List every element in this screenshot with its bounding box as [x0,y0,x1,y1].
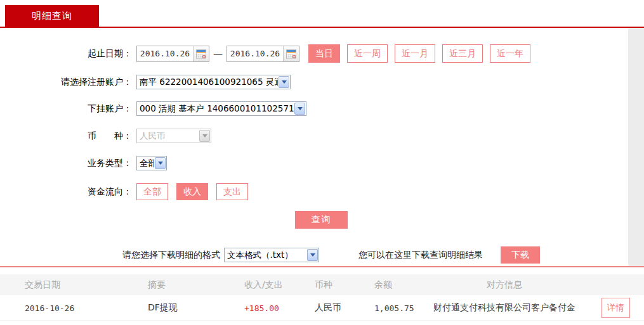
quick-range-quarter-button[interactable]: 近三月 [442,44,483,63]
currency-row: 币 种： 人民币 [0,129,628,143]
download-format-label: 请您选择下载明细的格式 [0,250,220,261]
tab-underline [0,27,644,28]
fund-flow-all-button[interactable]: 全部 [136,183,168,200]
cell-currency: 人民币 [311,302,374,314]
quick-range-month-button[interactable]: 近一月 [395,44,435,63]
chevron-down-icon [199,130,210,142]
business-type-row: 业务类型： 全部 [0,156,628,170]
currency-select: 人民币 [136,129,211,143]
table-top-separator [0,266,644,267]
download-hint: 您可以在这里下载查询明细结果 [358,250,483,261]
end-date-input[interactable] [227,49,283,58]
sub-account-row: 下挂账户： 000 活期 基本户 1406600101102571848 [0,101,628,116]
chevron-down-icon[interactable] [155,157,166,169]
table-header-row: 交易日期 摘要 收入/支出 币种 余额 对方信息 [0,274,644,295]
business-type-select[interactable]: 全部 [136,156,167,170]
register-account-value: 南平 6222001406100921065 灵通卡 [137,77,278,88]
cell-income-expense: +185.00 [241,303,311,313]
header-currency: 币种 [311,279,374,291]
tab-detail-query[interactable]: 明细查询 [5,5,99,27]
date-range-row: 起止日期： — [0,44,628,63]
page-background-strip [628,28,644,266]
detail-button[interactable]: 详情 [601,298,630,318]
quick-range-today-button[interactable]: 当日 [308,44,340,63]
download-format-select[interactable]: 文本格式（.txt） [224,248,319,262]
date-range-separator: — [213,48,223,60]
query-button[interactable]: 查询 [295,211,348,229]
chevron-down-icon[interactable] [294,103,305,115]
chevron-down-icon[interactable] [279,76,289,88]
register-account-label: 请选择注册账户： [0,77,136,88]
download-format-value: 文本格式（.txt） [225,250,306,261]
download-row: 请您选择下载明细的格式 文本格式（.txt） 您可以在这里下载查询明细结果 下载 [0,246,628,264]
fund-flow-income-button[interactable]: 收入 [176,183,208,200]
cell-balance: 1,005.75 [374,303,422,313]
quick-range-year-button[interactable]: 近一年 [490,44,530,63]
register-account-row: 请选择注册账户： 南平 6222001406100921065 灵通卡 [0,75,628,89]
end-date-field[interactable] [227,46,299,62]
end-date-calendar-icon[interactable] [283,46,299,61]
sub-account-label: 下挂账户： [0,103,136,115]
header-summary: 摘要 [143,279,241,291]
start-date-calendar-icon[interactable] [193,46,209,61]
cell-trade-date: 2016-10-26 [0,303,143,313]
register-account-select[interactable]: 南平 6222001406100921065 灵通卡 [136,75,291,89]
sub-account-value: 000 活期 基本户 1406600101102571848 [137,103,294,115]
fund-flow-label: 资金流向： [0,186,136,198]
currency-label: 币 种： [0,131,136,142]
header-balance: 余额 [374,279,422,291]
table-row: 2016-10-26 DF提现 +185.00 人民币 1,005.75 财付通… [0,295,644,321]
start-date-field[interactable] [136,46,209,62]
cell-summary: DF提现 [143,302,241,314]
business-type-value: 全部 [137,158,154,169]
sub-account-select[interactable]: 000 活期 基本户 1406600101102571848 [136,101,306,116]
quick-range-week-button[interactable]: 近一周 [347,44,388,63]
business-type-label: 业务类型： [0,158,136,169]
detail-query-page: 明细查询 起止日期： — [0,0,644,325]
download-button[interactable]: 下载 [501,246,540,264]
start-date-input[interactable] [137,49,193,58]
header-counterparty: 对方信息 [422,279,587,291]
date-range-label: 起止日期： [0,48,136,60]
fund-flow-row: 资金流向： 全部 收入 支出 [0,183,628,200]
fund-flow-expense-button[interactable]: 支出 [216,183,248,200]
header-trade-date: 交易日期 [0,279,143,291]
header-income-expense: 收入/支出 [241,279,311,291]
cell-counterparty: 财付通支付科技有限公司客户备付金 [422,302,587,314]
chevron-down-icon[interactable] [307,249,318,261]
currency-value: 人民币 [137,131,199,142]
